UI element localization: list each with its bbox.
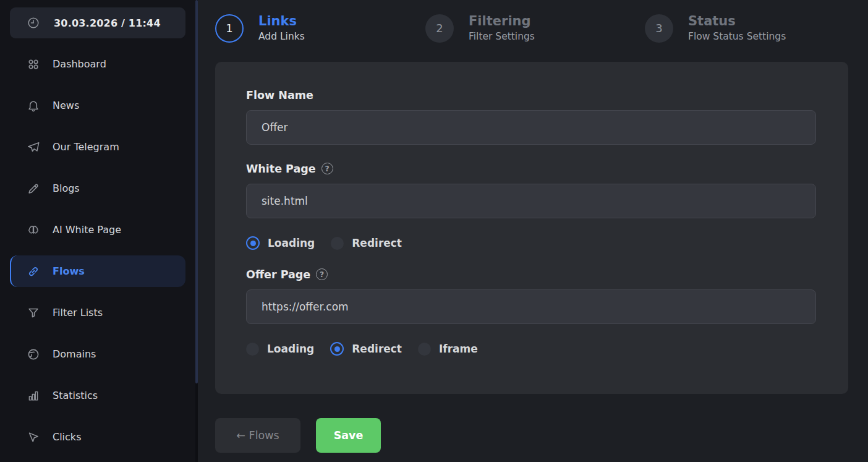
sidebar-item-label: Clicks — [53, 431, 81, 443]
white-page-label-text: White Page — [246, 163, 316, 175]
radio-button[interactable] — [246, 236, 260, 250]
flow-name-input[interactable] — [246, 110, 816, 145]
radio-dot — [250, 241, 256, 246]
sidebar-item-label: Domains — [53, 348, 96, 360]
offer-page-input[interactable] — [246, 289, 816, 324]
radio-label: Loading — [268, 237, 315, 249]
step-title: Filtering — [469, 14, 535, 28]
radio-label: Loading — [267, 343, 314, 355]
step-number-badge: 3 — [645, 14, 673, 43]
offer-page-label: Offer Page ? — [246, 268, 816, 281]
radio-label: Iframe — [439, 343, 478, 355]
radio-button[interactable] — [418, 343, 431, 356]
sidebar-item-our-telegram[interactable]: Our Telegram — [10, 131, 185, 163]
sidebar-item-clicks[interactable]: Clicks — [10, 421, 185, 453]
sidebar: 30.03.2026 / 11:44 Dashboard News Our Te… — [0, 0, 198, 462]
dashboard-icon — [27, 58, 40, 71]
sidebar-item-label: Dashboard — [53, 58, 106, 70]
white-page-mode-loading[interactable]: Loading — [246, 236, 315, 250]
main-content: 1 Links Add Links 2 Filtering Filter Set… — [198, 0, 868, 462]
step-number-badge: 1 — [215, 14, 244, 43]
white-page-input[interactable] — [246, 184, 816, 218]
sidebar-item-domains[interactable]: Domains — [10, 338, 185, 370]
sidebar-item-flows[interactable]: Flows — [10, 255, 185, 287]
step-title: Links — [258, 14, 305, 28]
datetime-text: 30.03.2026 / 11:44 — [54, 17, 161, 29]
sidebar-item-filter-lists[interactable]: Filter Lists — [10, 297, 185, 328]
white-page-label: White Page ? — [246, 162, 816, 175]
step-subtitle: Add Links — [258, 30, 305, 43]
offer-page-mode-iframe[interactable]: Iframe — [418, 343, 478, 356]
save-button[interactable]: Save — [316, 418, 381, 453]
offer-page-mode-group: Loading Redirect Iframe — [246, 341, 816, 356]
radio-label: Redirect — [352, 343, 402, 355]
radio-button[interactable] — [331, 237, 344, 250]
sidebar-item-blogs[interactable]: Blogs — [10, 173, 185, 204]
step-subtitle: Flow Status Settings — [688, 30, 786, 43]
flow-name-label: Flow Name — [246, 88, 816, 101]
radio-label: Redirect — [352, 237, 402, 249]
ai-white-page-icon — [27, 223, 40, 237]
flow-name-label-text: Flow Name — [246, 89, 313, 101]
domains-icon — [27, 348, 40, 361]
step-title: Status — [688, 14, 786, 28]
radio-button[interactable] — [246, 343, 259, 356]
sidebar-item-news[interactable]: News — [10, 90, 185, 121]
sidebar-item-ai-white-page[interactable]: AI White Page — [10, 214, 185, 246]
sidebar-item-dashboard[interactable]: Dashboard — [10, 48, 185, 80]
clock-icon — [27, 16, 40, 30]
radio-dot — [334, 346, 340, 352]
footer-actions: ← Flows Save — [215, 418, 381, 453]
filter-lists-icon — [27, 306, 40, 320]
offer-page-label-text: Offer Page — [246, 268, 310, 281]
sidebar-nav: Dashboard News Our Telegram Blogs — [0, 38, 198, 453]
blogs-icon — [27, 182, 40, 195]
clicks-icon — [27, 430, 40, 444]
statistics-icon — [27, 389, 40, 403]
step-number-badge: 2 — [425, 14, 454, 43]
datetime-badge: 30.03.2026 / 11:44 — [10, 7, 185, 38]
app: 30.03.2026 / 11:44 Dashboard News Our Te… — [0, 0, 868, 462]
links-form-card: Flow Name White Page ? Loading Redirect — [215, 62, 848, 394]
flows-icon — [27, 265, 40, 278]
back-to-flows-button[interactable]: ← Flows — [215, 418, 300, 453]
sidebar-item-label: Our Telegram — [53, 141, 119, 153]
sidebar-item-label: Filter Lists — [53, 307, 103, 319]
offer-page-mode-redirect[interactable]: Redirect — [330, 342, 402, 356]
news-icon — [27, 99, 40, 113]
sidebar-item-label: Statistics — [53, 390, 98, 401]
sidebar-item-label: News — [53, 100, 79, 111]
sidebar-item-label: AI White Page — [53, 224, 121, 236]
stepper-step-links[interactable]: 1 Links Add Links — [215, 14, 305, 43]
offer-page-mode-loading[interactable]: Loading — [246, 343, 314, 356]
step-subtitle: Filter Settings — [469, 30, 535, 43]
sidebar-item-label: Blogs — [53, 182, 80, 194]
radio-button[interactable] — [330, 342, 344, 356]
sidebar-item-statistics[interactable]: Statistics — [10, 380, 185, 411]
offer-page-help-icon[interactable]: ? — [316, 268, 328, 280]
telegram-icon — [27, 140, 40, 154]
white-page-mode-redirect[interactable]: Redirect — [331, 237, 402, 250]
stepper-step-status[interactable]: 3 Status Flow Status Settings — [645, 14, 786, 43]
sidebar-item-label: Flows — [53, 265, 85, 277]
stepper-step-filtering[interactable]: 2 Filtering Filter Settings — [425, 14, 535, 43]
white-page-mode-group: Loading Redirect — [246, 236, 816, 250]
white-page-help-icon[interactable]: ? — [321, 163, 333, 174]
